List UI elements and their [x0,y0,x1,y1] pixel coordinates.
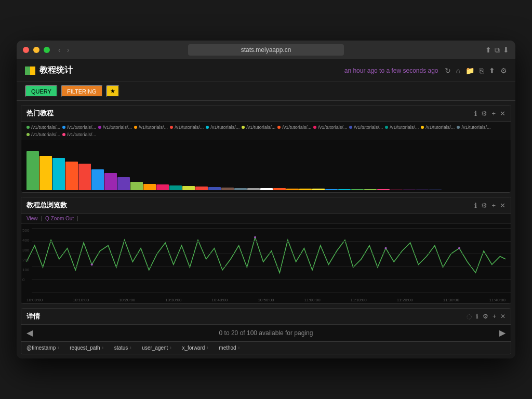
maximize-button[interactable] [44,47,50,53]
legend-item: /v1/tutorials/... [457,125,490,130]
forward-arrow[interactable]: › [65,45,72,55]
filtering-button[interactable]: FILTERING [61,85,103,97]
close-panel-icon[interactable]: ✕ [500,110,506,117]
time-range[interactable]: an hour ago to a few seconds ago [344,67,438,74]
back-arrow[interactable]: ‹ [56,45,63,55]
bar[interactable] [52,158,65,190]
toolbar-separator: | [41,216,43,221]
bar[interactable] [325,189,338,190]
bar[interactable] [65,162,78,190]
bar[interactable] [182,186,195,190]
col-@timestamp[interactable]: @timestamp↕ [21,342,64,354]
legend-area: /v1/tutorials/.../v1/tutorials/.../v1/tu… [21,122,511,140]
copy-icon[interactable]: ⎘ [480,66,484,75]
legend-item: /v1/tutorials/... [26,132,60,137]
bar[interactable] [312,189,325,190]
gear-icon-2[interactable]: ⚙ [481,202,487,209]
add-icon[interactable]: + [491,110,496,117]
zoom-out-button[interactable]: Q Zoom Out [45,216,74,221]
share-icon[interactable]: ⬆ [485,46,491,55]
app-logo: 教程统计 [25,65,73,76]
bar[interactable] [91,169,104,190]
bar[interactable] [390,190,403,190]
download-icon[interactable]: ⬇ [503,46,509,55]
bar[interactable] [234,188,247,190]
bar[interactable] [195,187,208,190]
main-content: 热门教程 ℹ ⚙ + ✕ /v1/tutorials/.../v1/tutori… [17,101,515,358]
title-bar: ‹ › stats.meiyaapp.cn ⬆ ⧉ ⬇ [17,41,515,59]
col-user_agent[interactable]: user_agent↕ [137,342,177,354]
legend-item: /v1/tutorials/... [62,132,96,137]
bar[interactable] [156,184,169,190]
bar[interactable] [403,190,416,190]
header-right: an hour ago to a few seconds ago ↻ ⌂ 📁 ⎘… [344,66,507,75]
details-title: 详情 [26,312,467,321]
col-x_forward[interactable]: x_forward↕ [177,342,214,354]
share-header-icon[interactable]: ⬆ [489,66,495,75]
bar[interactable] [364,189,377,190]
bar[interactable] [260,188,273,190]
bar[interactable] [39,156,52,190]
y-label-500: 500 [22,228,29,233]
gear-icon[interactable]: ⚙ [481,110,487,117]
bar[interactable] [130,182,143,190]
close-button[interactable] [23,47,29,53]
legend-item: /v1/tutorials/... [385,125,419,130]
home-icon[interactable]: ⌂ [456,66,460,75]
time-label: 10:20:00 [119,298,135,302]
hot-tutorials-header: 热门教程 ℹ ⚙ + ✕ [21,105,511,122]
address-bar[interactable]: stats.meiyaapp.cn [188,44,344,56]
bar[interactable] [273,188,286,190]
info-icon-3[interactable]: ℹ [476,313,478,320]
time-label: 11:20:00 [397,298,413,302]
bar[interactable] [169,185,182,190]
time-label: 11:10:00 [351,298,367,302]
bar[interactable] [429,190,442,190]
col-status[interactable]: status↕ [109,342,137,354]
time-label: 11:00:00 [304,298,320,302]
bar[interactable] [104,173,117,190]
query-button[interactable]: QUERY [25,85,58,97]
close-panel-icon-2[interactable]: ✕ [500,202,506,209]
bar[interactable] [208,187,221,190]
folder-icon[interactable]: 📁 [466,66,474,75]
next-page-icon[interactable]: ▶ [499,328,506,338]
legend-item: /v1/tutorials/... [277,125,311,130]
bar[interactable] [299,189,312,190]
bar[interactable] [247,188,260,190]
bar[interactable] [221,188,234,190]
col-method[interactable]: method↕ [214,342,245,354]
info-icon[interactable]: ℹ [474,110,477,117]
time-label: 10:10:00 [73,298,89,302]
bar[interactable] [338,189,351,190]
window-actions: ⬆ ⧉ ⬇ [485,46,509,55]
bar[interactable] [416,190,429,190]
bar[interactable] [78,164,91,190]
bar[interactable] [26,151,39,190]
mac-window: ‹ › stats.meiyaapp.cn ⬆ ⧉ ⬇ 教程统计 an hour… [17,41,515,358]
tutorials-views-panel: 教程总浏览数 ℹ ⚙ + ✕ View | Q Zoom Out | 500 4… [21,197,511,304]
bar[interactable] [351,189,364,190]
col-request_path[interactable]: request_path↕ [64,342,109,354]
star-button[interactable]: ★ [106,85,119,97]
add-icon-2[interactable]: + [491,202,496,209]
bar[interactable] [377,189,390,190]
gear-icon-3[interactable]: ⚙ [483,313,488,320]
paging-info: 0 to 20 of 100 available for paging [33,329,499,337]
tutorials-views-title: 教程总浏览数 [26,201,474,210]
time-axis: 10:00:0010:10:0010:20:0010:30:0010:40:00… [21,297,511,303]
prev-page-icon[interactable]: ◀ [26,328,33,338]
minimize-button[interactable] [33,47,39,53]
refresh-icon[interactable]: ↻ [445,66,451,75]
view-button[interactable]: View [26,216,38,221]
bar[interactable] [143,184,156,190]
close-panel-icon-3[interactable]: ✕ [500,313,506,320]
time-label: 11:40:00 [489,298,506,302]
settings-icon[interactable]: ⚙ [500,66,507,75]
bar[interactable] [286,189,299,190]
tabs-icon[interactable]: ⧉ [495,46,500,55]
info-icon-2[interactable]: ℹ [474,202,477,209]
bar[interactable] [117,177,130,190]
add-icon-3[interactable]: + [493,313,496,320]
time-label: 11:30:00 [443,298,459,302]
